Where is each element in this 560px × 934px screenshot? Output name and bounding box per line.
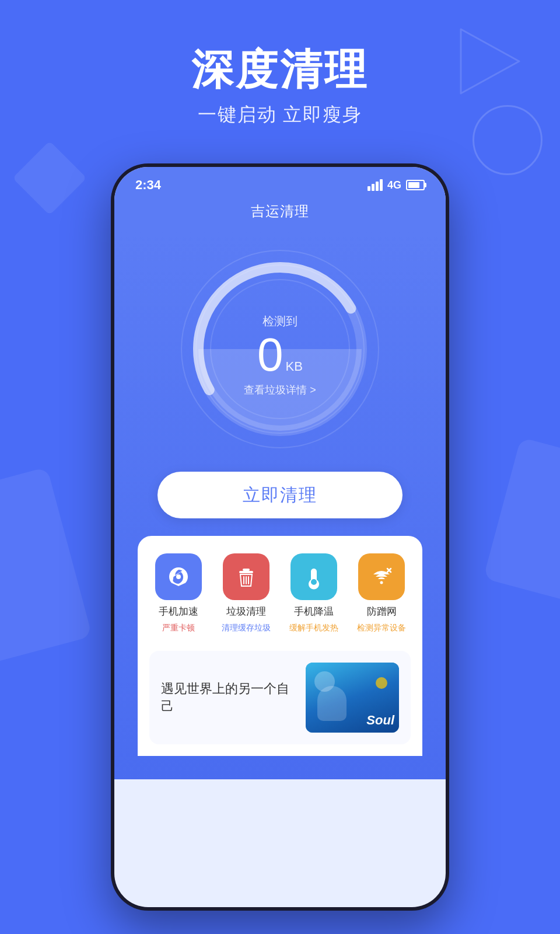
svg-point-5	[380, 581, 383, 584]
gauge-detail-link[interactable]: 查看垃圾详情 >	[244, 383, 316, 397]
soul-deco-dot	[376, 677, 387, 689]
gauge-center: 检测到 0 KB 查看垃圾详情 >	[181, 250, 379, 448]
main-content: 检测到 0 KB 查看垃圾详情 > 立即清理	[114, 232, 446, 779]
svg-rect-4	[239, 571, 253, 573]
ad-text: 遇见世界上的另一个自己	[161, 680, 294, 715]
svg-rect-3	[243, 569, 250, 571]
feature-item-wifi[interactable]: 防蹭网 检测异常设备	[352, 553, 411, 633]
feature-status-wifi: 检测异常设备	[357, 623, 406, 633]
header-area: 深度清理 一键启动 立即瘦身	[0, 47, 560, 128]
feature-item-clean[interactable]: 垃圾清理 清理缓存垃圾	[217, 553, 275, 633]
signal-icon	[368, 179, 383, 191]
ad-image: Soul	[306, 663, 399, 733]
soul-figure	[317, 686, 346, 721]
network-label: 4G	[387, 179, 401, 191]
phone-outer: 2:34 4G 吉运清理	[111, 163, 449, 911]
main-title: 深度清理	[0, 47, 560, 93]
bottom-panel: 手机加速 严重卡顿 垃	[138, 536, 422, 756]
gauge-value: 0	[257, 332, 284, 378]
feature-name-cooling: 手机降温	[294, 605, 334, 618]
clean-button[interactable]: 立即清理	[158, 472, 402, 518]
feature-name-wifi: 防蹭网	[367, 605, 397, 618]
svg-point-2	[176, 574, 181, 579]
bg-diamond-decoration	[12, 141, 86, 215]
feature-name-clean: 垃圾清理	[226, 605, 266, 618]
phone-inner: 2:34 4G 吉运清理	[114, 167, 446, 907]
feature-status-cooling: 缓解手机发热	[289, 623, 338, 633]
ad-brand-label: Soul	[366, 713, 394, 728]
phone-container: 2:34 4G 吉运清理	[111, 163, 449, 911]
feature-icon-accelerate	[155, 553, 202, 600]
feature-item-cooling[interactable]: 手机降温 缓解手机发热	[285, 553, 343, 633]
clean-button-label: 立即清理	[243, 483, 317, 507]
gauge-unit: KB	[286, 359, 303, 374]
app-title-bar: 吉运清理	[114, 197, 446, 232]
bg-stripe-left	[0, 467, 92, 667]
feature-icon-wifi	[358, 553, 405, 600]
gauge-container: 检测到 0 KB 查看垃圾详情 >	[181, 250, 379, 448]
feature-status-clean: 清理缓存垃圾	[222, 623, 271, 633]
status-icons: 4G	[368, 179, 425, 191]
ad-banner[interactable]: 遇见世界上的另一个自己 Soul	[149, 651, 411, 744]
feature-status-accelerate: 严重卡顿	[162, 623, 195, 633]
bg-stripe-right	[483, 437, 560, 602]
features-grid: 手机加速 严重卡顿 垃	[149, 553, 411, 633]
feature-icon-cooling	[290, 553, 337, 600]
battery-icon	[406, 180, 425, 190]
feature-item-accelerate[interactable]: 手机加速 严重卡顿	[149, 553, 208, 633]
gauge-value-row: 0 KB	[257, 332, 303, 378]
feature-name-accelerate: 手机加速	[159, 605, 198, 618]
feature-icon-clean	[223, 553, 270, 600]
app-title: 吉运清理	[251, 203, 309, 219]
status-time: 2:34	[135, 177, 161, 193]
sub-title: 一键启动 立即瘦身	[0, 102, 560, 128]
status-bar: 2:34 4G	[114, 167, 446, 197]
gauge-detect-label: 检测到	[262, 313, 298, 329]
